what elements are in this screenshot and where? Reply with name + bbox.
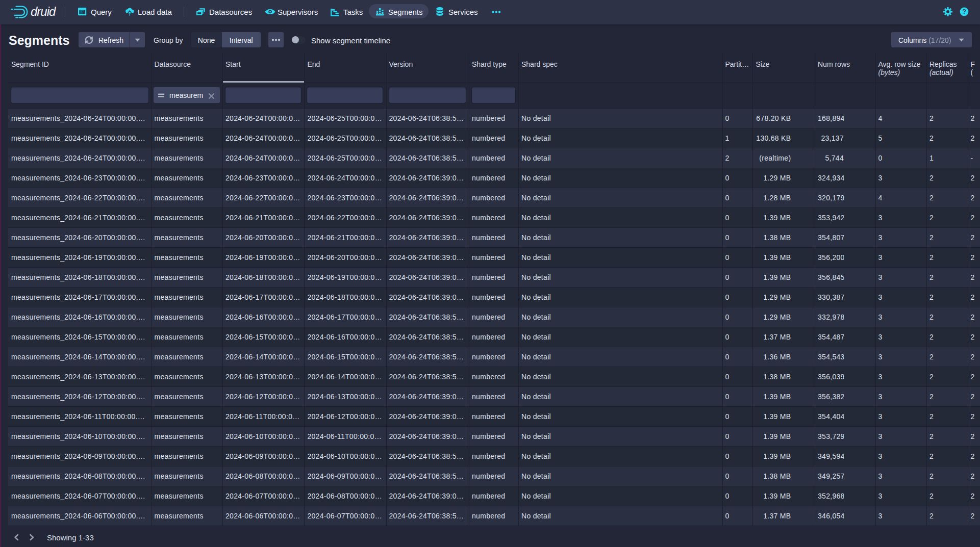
- svg-text:?: ?: [962, 8, 966, 15]
